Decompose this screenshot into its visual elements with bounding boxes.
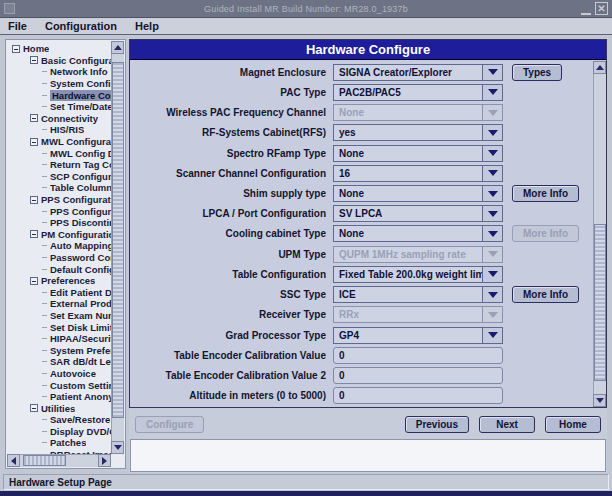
sidebar-item-pps-configure[interactable]: PPS Configure (7, 205, 111, 217)
sidebar-item-default-configurati[interactable]: Default Configurati (7, 263, 111, 275)
dropdown-rf-systems-cabinet-rfs[interactable]: yes (333, 124, 503, 141)
next-button[interactable]: Next (479, 416, 535, 433)
more-info-button[interactable]: More Info (512, 185, 579, 202)
sidebar-item-autovoice[interactable]: Autovoice (7, 368, 111, 380)
previous-button[interactable]: Previous (405, 416, 469, 433)
dropdown-arrow-icon[interactable] (482, 65, 502, 80)
tree-item-label: PPS Discontinue Re (50, 217, 111, 228)
dropdown-shim-supply-type[interactable]: None (333, 185, 503, 202)
sidebar-item-connectivity[interactable]: Connectivity (7, 113, 111, 125)
scrollbar-thumb[interactable] (23, 455, 66, 466)
sidebar-item-sar-db-dt-level[interactable]: SAR dB/dt Level (7, 356, 111, 368)
sidebar-item-scp-configure[interactable]: SCP Configure (7, 171, 111, 183)
sidebar-item-basic-configuration[interactable]: Basic Configuration (7, 55, 111, 67)
dropdown-arrow-icon[interactable] (482, 328, 502, 343)
text-input-table-encoder-calibration-value-2[interactable]: 0 (333, 367, 503, 384)
scroll-up-icon[interactable] (593, 61, 606, 74)
sidebar-item-patient-anonymiza[interactable]: Patient Anonymiza (7, 391, 111, 403)
tree-branch-line (42, 71, 47, 72)
dropdown-arrow-icon[interactable] (482, 206, 502, 221)
sidebar-item-display-dvd-cd-r[interactable]: Display DVD/CD-R (7, 426, 111, 438)
sidebar-item-return-tag-configur[interactable]: Return Tag Configur (7, 159, 111, 171)
sidebar-item-mwl-config-details[interactable]: MWL Config Details (7, 147, 111, 159)
close-button[interactable]: ✕ (595, 2, 608, 15)
scroll-right-icon[interactable] (98, 454, 111, 467)
tree-collapse-icon[interactable] (30, 196, 38, 204)
dropdown-spectro-rfamp-type[interactable]: None (333, 145, 503, 162)
sidebar-item-save-restore[interactable]: Save/Restore (7, 414, 111, 426)
types-button[interactable]: Types (512, 64, 562, 81)
sidebar-item-edit-patient-data[interactable]: Edit Patient Data (7, 286, 111, 298)
menu-configuration[interactable]: Configuration (45, 20, 117, 32)
dropdown-arrow-icon[interactable] (482, 166, 502, 181)
dropdown-arrow-icon[interactable] (482, 226, 502, 241)
tree-collapse-icon[interactable] (12, 45, 20, 53)
sidebar-item-hipaa-security[interactable]: HIPAA/Security (7, 333, 111, 345)
home-button[interactable]: Home (545, 416, 601, 433)
scrollbar-thumb[interactable] (594, 224, 606, 381)
tree-item-label: Auto Mapping Conf (50, 240, 111, 251)
sidebar-item-pps-configuration[interactable]: PPS Configuration (7, 194, 111, 206)
sidebar-item-utilities[interactable]: Utilities (7, 402, 111, 414)
tree-item-label: PPS Configuration (41, 194, 111, 205)
dropdown-grad-processor-type[interactable]: GP4 (333, 327, 503, 344)
sidebar-item-preferences[interactable]: Preferences (7, 275, 111, 287)
tree-collapse-icon[interactable] (30, 404, 38, 412)
sidebar-item-set-exam-number[interactable]: Set Exam Number (7, 310, 111, 322)
sidebar-item-home[interactable]: Home (7, 43, 111, 55)
dropdown-arrow-icon[interactable] (482, 287, 502, 302)
sidebar-item-hardware-configure[interactable]: Hardware Configure (7, 89, 111, 101)
tree-collapse-icon[interactable] (30, 230, 38, 238)
tree-collapse-icon[interactable] (30, 56, 38, 64)
sidebar-item-set-time-date[interactable]: Set Time/Date (7, 101, 111, 113)
sidebar-item-external-product-co[interactable]: External Product Co (7, 298, 111, 310)
dropdown-cooling-cabinet-type[interactable]: None (333, 225, 503, 242)
scrollbar-thumb[interactable] (112, 62, 124, 418)
tree-branch-line (42, 431, 47, 432)
action-row: Configure Previous Next Home (129, 413, 607, 435)
dropdown-table-configuration[interactable]: Fixed Table 200.0kg weight limitation (333, 266, 503, 283)
menu-file[interactable]: File (8, 20, 27, 32)
tree-collapse-icon[interactable] (30, 114, 38, 122)
dropdown-arrow-icon[interactable] (482, 146, 502, 161)
form-vscrollbar[interactable] (593, 61, 606, 407)
menu-help[interactable]: Help (135, 20, 159, 32)
sidebar-item-table-column-selec[interactable]: Table Column Selec (7, 182, 111, 194)
dropdown-arrow-icon[interactable] (482, 125, 502, 140)
tree-branch-line (42, 211, 47, 212)
tree-vscrollbar[interactable] (111, 41, 124, 454)
dropdown-arrow-icon[interactable] (482, 267, 502, 282)
minimize-button[interactable] (581, 2, 591, 15)
dropdown-arrow-icon[interactable] (482, 85, 502, 100)
scroll-down-icon[interactable] (593, 394, 606, 407)
tree-collapse-icon[interactable] (30, 138, 38, 146)
scroll-up-icon[interactable] (111, 41, 124, 54)
dropdown-magnet-enclosure[interactable]: SIGNA Creator/Explorer (333, 64, 503, 81)
sidebar-item-mwl-configuration[interactable]: MWL Configuration (7, 136, 111, 148)
sidebar-item-patches[interactable]: Patches (7, 437, 111, 449)
dropdown-lpca-port-configuration[interactable]: SV LPCA (333, 205, 503, 222)
tree-hscrollbar[interactable] (7, 454, 111, 467)
tree-item-label: Home (23, 43, 49, 54)
tree-collapse-icon[interactable] (30, 277, 38, 285)
dropdown-arrow-icon[interactable] (482, 186, 502, 201)
more-info-button[interactable]: More Info (512, 286, 579, 303)
text-input-altitude-in-meters-0-to-5000[interactable]: 0 (333, 387, 503, 404)
scroll-down-icon[interactable] (111, 441, 124, 454)
sidebar-item-pm-configuration[interactable]: PM Configuration (7, 229, 111, 241)
sidebar-item-auto-mapping-conf[interactable]: Auto Mapping Conf (7, 240, 111, 252)
tree-item-label: MWL Configuration (41, 136, 111, 147)
text-input-table-encoder-calibration-value[interactable]: 0 (333, 347, 503, 364)
dropdown-scanner-channel-configuration[interactable]: 16 (333, 165, 503, 182)
sidebar-item-system-configure[interactable]: System Configure (7, 78, 111, 90)
sidebar-item-network-info[interactable]: Network Info (7, 66, 111, 78)
sidebar-item-set-disk-limit[interactable]: Set Disk Limit (7, 321, 111, 333)
sidebar-item-password-configur[interactable]: Password Configur (7, 252, 111, 264)
sidebar-item-system-preferences[interactable]: System Preferences (7, 344, 111, 356)
sidebar-item-custom-settings[interactable]: Custom Settings (7, 379, 111, 391)
dropdown-ssc-type[interactable]: ICE (333, 286, 503, 303)
scroll-left-icon[interactable] (7, 454, 20, 467)
sidebar-item-his-ris[interactable]: HIS/RIS (7, 124, 111, 136)
sidebar-item-pps-discontinue-re[interactable]: PPS Discontinue Re (7, 217, 111, 229)
dropdown-pac-type[interactable]: PAC2B/PAC5 (333, 84, 503, 101)
